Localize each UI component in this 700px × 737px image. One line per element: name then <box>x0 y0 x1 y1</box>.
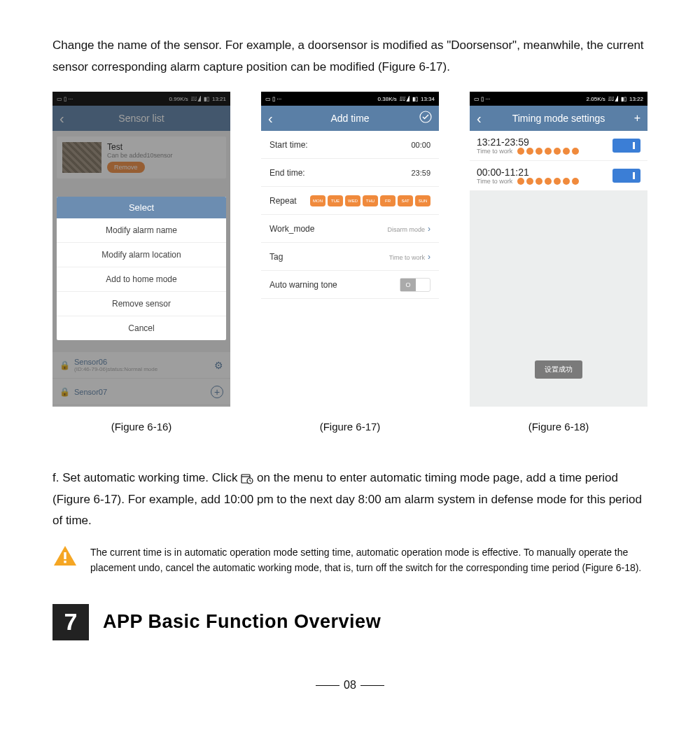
status-time: 13:34 <box>421 96 435 102</box>
label: Work_mode <box>270 224 314 234</box>
svg-rect-5 <box>64 561 66 563</box>
row-start-time[interactable]: Start time: 00:00 <box>261 131 439 159</box>
sheet-title: Select <box>57 197 226 218</box>
entry-time: 13:21-23:59 <box>477 136 579 148</box>
label: Repeat <box>270 196 297 206</box>
back-icon[interactable]: ‹ <box>477 111 482 125</box>
row-auto-warning: Auto warning tone O <box>261 271 439 299</box>
sheet-modify-name[interactable]: Modify alarm name <box>57 218 226 243</box>
page-number: 08 <box>52 679 648 692</box>
entry-time: 00:00-11:21 <box>477 167 579 178</box>
section-number-badge: 7 <box>52 604 89 640</box>
days-list: MON TUE WED THU FR SAT SUN <box>310 195 430 206</box>
switch-knob: O <box>400 279 416 291</box>
entry-sub: Time to work <box>477 178 512 185</box>
switch-toggle[interactable]: O <box>400 278 430 292</box>
caption-6-17: (Figure 6-17) <box>261 421 439 433</box>
status-rate: 0.38K/s <box>378 96 397 102</box>
label: Start time: <box>270 140 308 150</box>
warning-icon <box>52 545 78 570</box>
status-icon: ▭ ▯ ··· <box>474 96 490 102</box>
timing-entry-2[interactable]: 00:00-11:21 Time to work <box>470 161 648 191</box>
status-time: 13:22 <box>629 96 643 102</box>
value: Time to work <box>389 254 425 261</box>
calendar-clock-icon <box>241 473 253 484</box>
row-repeat[interactable]: Repeat MON TUE WED THU FR SAT SUN <box>261 187 439 215</box>
status-icon: ▭ ▯ ··· <box>265 96 281 102</box>
phone-figure-6-16: ▭ ▯ ··· 0.99K/s ⛆ ◢ ▮▯ 13:21 ‹ Sensor li… <box>52 92 230 407</box>
nav-bar: ‹ Timing mode settings + <box>470 106 648 131</box>
sheet-add-home-mode[interactable]: Add to home mode <box>57 267 226 292</box>
sheet-cancel[interactable]: Cancel <box>57 316 226 340</box>
row-end-time[interactable]: End time: 23:59 <box>261 159 439 187</box>
phone-figure-6-17: ▭ ▯ ··· 0.38K/s ⛆ ◢ ▮▯ 13:34 ‹ Add time <box>261 92 439 407</box>
label: End time: <box>270 168 305 178</box>
label: Auto warning tone <box>270 280 337 290</box>
caption-6-18: (Figure 6-18) <box>470 421 648 433</box>
section-7-header: 7 APP Basic Function Overview <box>52 604 648 640</box>
switch-on[interactable] <box>612 169 640 183</box>
day-tue[interactable]: TUE <box>328 195 343 206</box>
intro-paragraph: Change the name of the sensor. For examp… <box>52 35 648 78</box>
label: Tag <box>270 252 283 262</box>
warning-row: The current time is in automatic operati… <box>52 545 648 576</box>
nav-title: Add time <box>330 113 369 124</box>
day-thu[interactable]: THU <box>363 195 378 206</box>
day-wed[interactable]: WED <box>345 195 360 206</box>
add-icon[interactable]: + <box>634 112 640 125</box>
section-title: APP Basic Function Overview <box>103 611 381 633</box>
confirm-icon[interactable] <box>419 111 432 126</box>
status-bar: ▭ ▯ ··· 0.38K/s ⛆ ◢ ▮▯ 13:34 <box>261 92 439 106</box>
value: Disarm mode <box>387 226 425 233</box>
nav-title: Timing mode settings <box>512 113 606 124</box>
action-sheet: Select Modify alarm name Modify alarm lo… <box>57 197 226 340</box>
nav-bar: ‹ Add time <box>261 106 439 131</box>
status-bar: ▭ ▯ ··· 2.05K/s ⛆ ◢ ▮▯ 13:22 <box>470 92 648 106</box>
toast-success: 设置成功 <box>535 360 582 379</box>
wifi-icon: ⛆ ◢ <box>608 96 618 102</box>
status-rate: 2.05K/s <box>587 96 606 102</box>
phones-row: ▭ ▯ ··· 0.99K/s ⛆ ◢ ▮▯ 13:21 ‹ Sensor li… <box>52 92 648 433</box>
battery-icon: ▮▯ <box>621 96 626 102</box>
timing-entry-1[interactable]: 13:21-23:59 Time to work <box>470 131 648 161</box>
phone-figure-6-18: ▭ ▯ ··· 2.05K/s ⛆ ◢ ▮▯ 13:22 ‹ Timing mo… <box>470 92 648 407</box>
switch-on[interactable] <box>612 139 640 153</box>
caption-6-16: (Figure 6-16) <box>52 421 230 433</box>
sheet-remove-sensor[interactable]: Remove sensor <box>57 292 226 316</box>
sheet-modify-location[interactable]: Modify alarm location <box>57 243 226 267</box>
row-tag[interactable]: Tag Time to work› <box>261 243 439 271</box>
day-sun[interactable]: SUN <box>415 195 430 206</box>
chevron-right-icon: › <box>428 252 430 262</box>
entry-sub: Time to work <box>477 148 512 155</box>
battery-icon: ▮▯ <box>412 96 418 102</box>
row-work-mode[interactable]: Work_mode Disarm mode› <box>261 215 439 243</box>
day-fri[interactable]: FR <box>380 195 396 206</box>
warning-text: The current time is in automatic operati… <box>90 545 648 576</box>
page-number-value: 08 <box>344 679 356 691</box>
value: 00:00 <box>411 141 430 149</box>
chevron-right-icon: › <box>428 224 430 234</box>
day-mon[interactable]: MON <box>310 195 326 206</box>
section-f-pre: f. Set automatic working time. Click <box>52 471 241 484</box>
value: 23:59 <box>411 169 430 177</box>
section-f-paragraph: f. Set automatic working time. Click on … <box>52 468 648 532</box>
back-icon[interactable]: ‹ <box>268 111 273 125</box>
svg-rect-4 <box>64 552 66 559</box>
day-sat[interactable]: SAT <box>398 195 413 206</box>
wifi-icon: ⛆ ◢ <box>400 96 410 102</box>
